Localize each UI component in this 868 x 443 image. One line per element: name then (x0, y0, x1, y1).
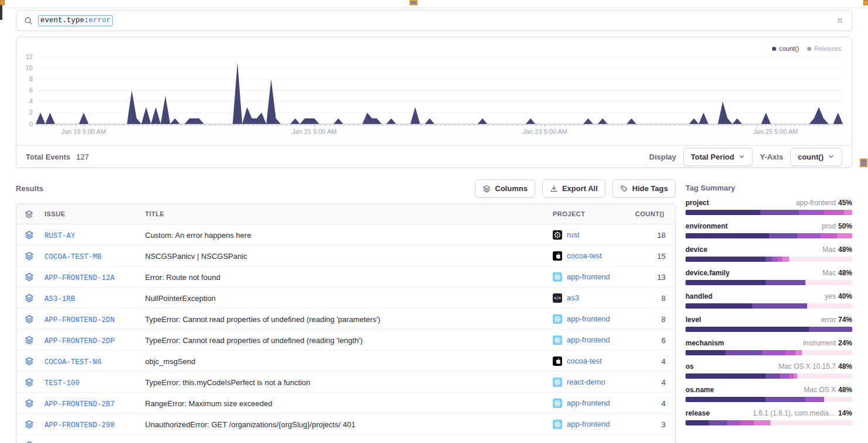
tag-bar-segment[interactable] (824, 397, 852, 402)
tag-bar-segment[interactable] (686, 210, 760, 215)
tag-bar-segment[interactable] (807, 303, 852, 309)
tag-bar-segment[interactable] (686, 280, 766, 285)
export-all-button[interactable]: Export All (542, 179, 605, 198)
tag-bar-segment[interactable] (686, 373, 766, 379)
tag-bar-segment[interactable] (795, 350, 802, 355)
display-dropdown[interactable]: Total Period (683, 148, 753, 166)
tag-bar-segment[interactable] (766, 373, 781, 379)
tag-distribution-bar[interactable] (686, 350, 852, 355)
issue-link[interactable]: TEST-100 (44, 379, 80, 387)
tag-bar-segment[interactable] (709, 420, 727, 425)
issue-link[interactable]: RUST-AY (44, 232, 75, 240)
project-link[interactable]: cocoa-test (567, 251, 602, 260)
tag-bar-segment[interactable] (725, 350, 762, 355)
table-row[interactable]: APP-FRONTEND-12A Error: Route not found … (16, 267, 675, 288)
tag-distribution-bar[interactable] (686, 397, 852, 402)
table-row[interactable]: TEST-100 TypeError: this.myCodeIsPerfect… (16, 372, 675, 393)
tag-distribution-bar[interactable] (686, 420, 852, 425)
project-link[interactable]: app-frontend (567, 420, 610, 428)
tag-bar-segment[interactable] (766, 257, 772, 262)
search-bar[interactable]: event.type:error (16, 10, 852, 31)
table-row[interactable]: APP-FRONTEND-2DN TypeError: Cannot read … (16, 309, 675, 330)
tag-bar-segment[interactable] (809, 327, 852, 332)
tag-bar-segment[interactable] (844, 210, 852, 215)
tag-bar-segment[interactable] (686, 257, 766, 262)
tag-bar-segment[interactable] (754, 420, 771, 425)
tag-bar-segment[interactable] (805, 280, 852, 285)
column-header-issue[interactable]: ISSUE (44, 210, 145, 217)
columns-button[interactable]: Columns (475, 179, 535, 198)
tag-distribution-bar[interactable] (686, 373, 852, 379)
tag-bar-segment[interactable] (770, 420, 852, 425)
tag-bar-segment[interactable] (777, 257, 783, 262)
tag-bar-segment[interactable] (760, 210, 799, 215)
tag-bar-segment[interactable] (769, 233, 797, 238)
tag-bar-segment[interactable] (797, 373, 852, 379)
tag-bar-segment[interactable] (789, 373, 794, 379)
issue-link[interactable]: COCOA-TEST-N6 (44, 358, 102, 366)
tag-bar-segment[interactable] (782, 257, 788, 262)
tag-bar-segment[interactable] (686, 397, 766, 402)
tag-bar-segment[interactable] (802, 350, 852, 355)
tag-bar-segment[interactable] (786, 350, 795, 355)
table-row[interactable]: APP-FRONTEND-298 UnauthorizedError: GET … (16, 414, 675, 435)
tag-bar-segment[interactable] (752, 303, 807, 309)
tag-bar-segment[interactable] (799, 210, 824, 215)
search-query-token[interactable]: event.type:error (38, 15, 113, 26)
tag-bar-segment[interactable] (789, 257, 852, 262)
column-header-title[interactable]: TITLE (145, 210, 553, 217)
tag-bar-segment[interactable] (772, 257, 777, 262)
tag-bar-segment[interactable] (762, 350, 786, 355)
tag-bar-segment[interactable] (727, 420, 740, 425)
tag-bar-segment[interactable] (686, 327, 809, 332)
tag-distribution-bar[interactable] (686, 327, 852, 332)
issue-link[interactable]: APP-FRONTEND-12A (44, 274, 115, 282)
tag-distribution-bar[interactable] (686, 280, 852, 285)
column-header-project[interactable]: PROJECT (553, 210, 642, 217)
table-row[interactable]: APP-FRONTEND-2B7 RangeError: Maximum siz… (16, 393, 675, 414)
tag-bar-segment[interactable] (766, 397, 805, 402)
tag-distribution-bar[interactable] (686, 257, 852, 262)
tag-bar-segment[interactable] (821, 233, 838, 238)
area-chart[interactable] (36, 57, 843, 128)
issue-link[interactable]: APP-FRONTEND-298 (44, 421, 115, 430)
tag-bar-segment[interactable] (824, 210, 844, 215)
tag-bar-segment[interactable] (686, 350, 725, 355)
tag-distribution-bar[interactable] (686, 233, 852, 238)
legend-item-releases[interactable]: Releases (807, 45, 841, 52)
project-link[interactable]: app-frontend (567, 399, 610, 407)
issue-link[interactable]: APP-FRONTEND-2DN (44, 316, 115, 324)
tag-bar-segment[interactable] (766, 280, 805, 285)
table-row[interactable]: COCOA-TEST-N6 objc_msgSend cocoa-test 4 (16, 351, 675, 372)
tag-distribution-bar[interactable] (686, 210, 852, 215)
tag-distribution-bar[interactable] (686, 303, 852, 309)
issue-link[interactable]: APP-FRONTEND-2DP (44, 337, 115, 345)
y-axis-dropdown[interactable]: count() (790, 148, 842, 166)
project-link[interactable]: app-frontend (567, 335, 610, 344)
table-row[interactable]: RUST-AY Custom: An error happens here ru… (16, 224, 675, 245)
table-row[interactable] (16, 435, 675, 443)
tag-bar-segment[interactable] (837, 233, 852, 238)
issue-link[interactable]: COCOA-TEST-MB (44, 253, 102, 261)
project-link[interactable]: app-frontend (567, 272, 610, 281)
clear-search-icon[interactable] (836, 16, 844, 25)
project-link[interactable]: rust (567, 230, 580, 239)
table-row[interactable]: AS3-1RB NullPointerException </> as3 8 (16, 288, 675, 309)
issue-link[interactable]: AS3-1RB (44, 295, 75, 303)
tag-bar-segment[interactable] (740, 420, 754, 425)
tag-bar-segment[interactable] (805, 397, 824, 402)
tag-bar-segment[interactable] (686, 420, 709, 425)
tag-bar-segment[interactable] (780, 373, 788, 379)
table-row[interactable]: APP-FRONTEND-2DP TypeError: Cannot read … (16, 330, 675, 351)
hide-tags-button[interactable]: Hide Tags (612, 179, 676, 198)
table-row[interactable]: COCOA-TEST-MB NSCGSPanicv | NSCGSPanic c… (16, 245, 675, 267)
project-link[interactable]: as3 (567, 293, 579, 302)
column-header-count[interactable]: COUNT() (642, 210, 675, 217)
tag-bar-segment[interactable] (686, 303, 752, 309)
issue-link[interactable]: APP-FRONTEND-2B7 (44, 400, 115, 409)
tag-bar-segment[interactable] (797, 233, 821, 238)
tag-bar-segment[interactable] (686, 233, 769, 238)
project-link[interactable]: cocoa-test (567, 357, 602, 365)
project-link[interactable]: react-demo (567, 378, 605, 386)
project-link[interactable]: app-frontend (567, 314, 610, 323)
